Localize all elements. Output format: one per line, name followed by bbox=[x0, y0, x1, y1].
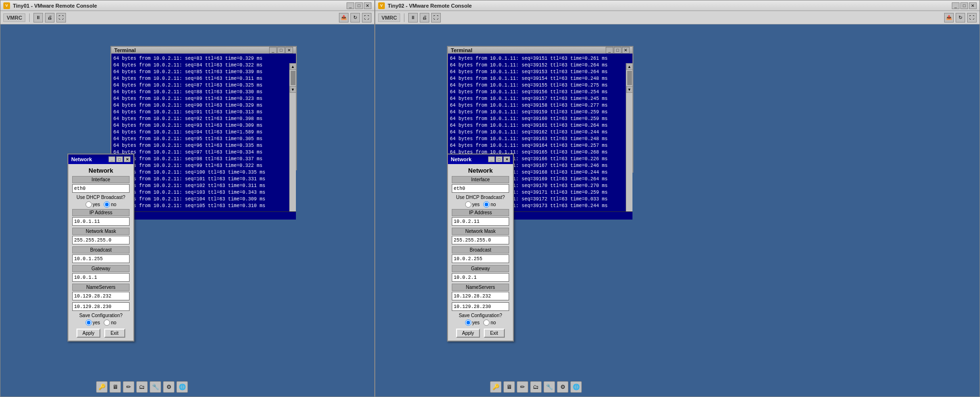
scroll-down-1[interactable]: ▼ bbox=[290, 86, 296, 93]
ns2-input-1[interactable] bbox=[72, 302, 130, 311]
network-dialog-ctrl-1[interactable]: _ □ ✕ bbox=[109, 156, 131, 162]
save-yes-radio-1[interactable] bbox=[86, 320, 92, 326]
network-dialog-minimize-1[interactable]: _ bbox=[109, 156, 115, 162]
vmrc-controls-1[interactable]: _ □ ✕ bbox=[347, 2, 371, 9]
save-yes-label-2[interactable]: yes bbox=[465, 320, 480, 326]
gateway-input-1[interactable] bbox=[72, 273, 130, 282]
taskbar-icon-1-2[interactable]: 🖥 bbox=[109, 381, 121, 393]
taskbar-icon-2-2[interactable]: 🖥 bbox=[503, 381, 515, 393]
taskbar-icon-1-5[interactable]: 🔧 bbox=[150, 381, 161, 393]
apply-button-2[interactable]: Apply bbox=[456, 329, 479, 338]
dhcp-no-radio-2[interactable] bbox=[483, 201, 490, 208]
toolbar-refresh-btn-1[interactable]: ↻ bbox=[350, 13, 360, 22]
ns2-input-2[interactable] bbox=[452, 302, 509, 311]
ns1-input-2[interactable] bbox=[452, 292, 509, 300]
dhcp-no-radio-1[interactable] bbox=[104, 201, 110, 208]
gateway-input-2[interactable] bbox=[452, 273, 509, 282]
scroll-down-2[interactable]: ▼ bbox=[626, 86, 633, 93]
vmrc-window-1[interactable]: V Tiny01 - VMware Remote Console _ □ ✕ V… bbox=[0, 0, 375, 397]
save-yes-radio-2[interactable] bbox=[465, 320, 471, 326]
terminal-scrollbar-2[interactable]: ▲ ▼ bbox=[626, 63, 632, 211]
terminal-scrollbar-1[interactable]: ▲ ▼ bbox=[289, 63, 296, 211]
interface-input-1[interactable] bbox=[72, 184, 130, 193]
exit-button-1[interactable]: Exit bbox=[104, 329, 125, 338]
save-yes-label-1[interactable]: yes bbox=[86, 320, 100, 326]
dhcp-yes-radio-2[interactable] bbox=[465, 201, 471, 208]
vmrc-menu-label-1[interactable]: VMRC bbox=[3, 13, 25, 22]
taskbar-icon-2-3[interactable]: ✏ bbox=[517, 381, 528, 393]
toolbar-fullscreen-btn-1[interactable]: ⛶ bbox=[56, 13, 66, 22]
interface-input-2[interactable] bbox=[452, 184, 509, 193]
toolbar-send-btn-1[interactable]: 📤 bbox=[339, 13, 348, 22]
terminal-restore-1[interactable]: □ bbox=[277, 47, 285, 54]
taskbar-icon-2-4[interactable]: 🗂 bbox=[530, 381, 542, 393]
save-no-label-2[interactable]: no bbox=[483, 320, 496, 326]
minimize-button-1[interactable]: _ bbox=[347, 2, 354, 9]
terminal-close-2[interactable]: ✕ bbox=[622, 47, 630, 54]
netmask-input-2[interactable] bbox=[452, 236, 509, 244]
network-dialog-close-2[interactable]: ✕ bbox=[503, 156, 510, 162]
taskbar-icon-1-4[interactable]: 🗂 bbox=[136, 381, 148, 393]
taskbar-icon-1-7[interactable]: 🌐 bbox=[176, 381, 188, 393]
taskbar-icon-1-6[interactable]: ⚙ bbox=[163, 381, 174, 393]
network-dialog-ctrl-2[interactable]: _ □ ✕ bbox=[488, 156, 510, 162]
terminal-restore-2[interactable]: □ bbox=[614, 47, 621, 54]
taskbar-icon-1-3[interactable]: ✏ bbox=[123, 381, 134, 393]
network-dialog-minimize-2[interactable]: _ bbox=[488, 156, 495, 162]
save-no-radio-2[interactable] bbox=[483, 320, 490, 326]
close-button-2[interactable]: ✕ bbox=[969, 2, 977, 9]
terminal-minimize-1[interactable]: _ bbox=[269, 47, 277, 54]
terminal-close-1[interactable]: ✕ bbox=[285, 47, 293, 54]
dhcp-no-label-2[interactable]: no bbox=[483, 201, 496, 208]
scroll-thumb-1[interactable] bbox=[291, 71, 295, 85]
toolbar-print-btn-1[interactable]: 🖨 bbox=[45, 13, 54, 22]
terminal-ctrl-2[interactable]: _ □ ✕ bbox=[606, 47, 630, 54]
save-radio-group-2[interactable]: yes no bbox=[452, 320, 509, 326]
apply-button-1[interactable]: Apply bbox=[76, 329, 100, 338]
terminal-window-1[interactable]: Terminal _ □ ✕ 64 bytes from 10.0.2.11: … bbox=[110, 46, 297, 170]
terminal-ctrl-1[interactable]: _ □ ✕ bbox=[269, 47, 293, 54]
save-no-radio-1[interactable] bbox=[104, 320, 110, 326]
ip-input-2[interactable] bbox=[452, 217, 509, 226]
save-radio-group-1[interactable]: yes no bbox=[72, 320, 130, 326]
vmrc-controls-2[interactable]: _ □ ✕ bbox=[952, 2, 977, 9]
network-dialog-restore-1[interactable]: □ bbox=[116, 156, 123, 162]
toolbar-pause-btn-1[interactable]: ⏸ bbox=[33, 13, 43, 22]
scroll-up-2[interactable]: ▲ bbox=[626, 63, 633, 70]
dhcp-radio-group-2[interactable]: yes no bbox=[452, 201, 509, 208]
toolbar-pause-btn-2[interactable]: ⏸ bbox=[408, 13, 418, 22]
vmrc-menu-label-2[interactable]: VMRC bbox=[378, 13, 400, 22]
taskbar-icon-2-5[interactable]: 🔧 bbox=[544, 381, 555, 393]
broadcast-input-2[interactable] bbox=[452, 254, 509, 263]
toolbar-expand-btn-1[interactable]: ⛶ bbox=[362, 13, 371, 22]
network-dialog-restore-2[interactable]: □ bbox=[496, 156, 502, 162]
netmask-input-1[interactable] bbox=[72, 236, 130, 244]
taskbar-icon-1-1[interactable]: 🔑 bbox=[96, 381, 108, 393]
terminal-minimize-2[interactable]: _ bbox=[606, 47, 613, 54]
maximize-button-1[interactable]: □ bbox=[355, 2, 363, 9]
toolbar-refresh-btn-2[interactable]: ↻ bbox=[956, 13, 965, 22]
taskbar-icon-2-7[interactable]: 🌐 bbox=[570, 381, 582, 393]
toolbar-send-btn-2[interactable]: 📤 bbox=[944, 13, 954, 22]
dhcp-no-label-1[interactable]: no bbox=[104, 201, 116, 208]
toolbar-print-btn-2[interactable]: 🖨 bbox=[420, 13, 429, 22]
exit-button-2[interactable]: Exit bbox=[484, 329, 505, 338]
scroll-up-1[interactable]: ▲ bbox=[290, 63, 296, 70]
broadcast-input-1[interactable] bbox=[72, 254, 130, 263]
ns1-input-1[interactable] bbox=[72, 292, 130, 300]
dhcp-yes-label-1[interactable]: yes bbox=[86, 201, 100, 208]
toolbar-fullscreen-btn-2[interactable]: ⛶ bbox=[431, 13, 441, 22]
dhcp-yes-label-2[interactable]: yes bbox=[465, 201, 480, 208]
minimize-button-2[interactable]: _ bbox=[952, 2, 959, 9]
taskbar-icon-2-6[interactable]: ⚙ bbox=[557, 381, 568, 393]
toolbar-expand-btn-2[interactable]: ⛶ bbox=[967, 13, 977, 22]
save-no-label-1[interactable]: no bbox=[104, 320, 116, 326]
taskbar-icon-2-1[interactable]: 🔑 bbox=[490, 381, 501, 393]
close-button-1[interactable]: ✕ bbox=[364, 2, 371, 9]
dhcp-radio-group-1[interactable]: yes no bbox=[72, 201, 130, 208]
maximize-button-2[interactable]: □ bbox=[960, 2, 968, 9]
vmrc-window-2[interactable]: V Tiny02 - VMware Remote Console _ □ ✕ V… bbox=[375, 0, 980, 397]
scroll-thumb-2[interactable] bbox=[627, 71, 632, 85]
dhcp-yes-radio-1[interactable] bbox=[86, 201, 92, 208]
network-dialog-close-1[interactable]: ✕ bbox=[124, 156, 131, 162]
